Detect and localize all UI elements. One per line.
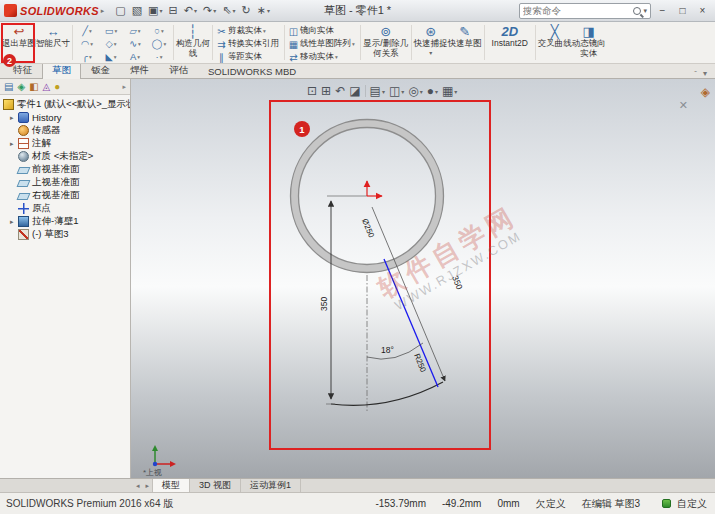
- expand-caret-icon[interactable]: ▸: [10, 140, 18, 148]
- rapid-sketch-button[interactable]: ✎ 快速草图: [448, 23, 482, 62]
- search-dropdown-icon[interactable]: ▾: [643, 7, 647, 15]
- slot-tool-button[interactable]: ▱▾: [123, 24, 147, 37]
- previous-view-button[interactable]: ↶: [335, 84, 345, 98]
- tree-item-right-plane[interactable]: 右视基准面: [0, 189, 130, 202]
- ellipse-tool-button[interactable]: ◯▾: [147, 37, 171, 50]
- tree-item-origin[interactable]: 原点: [0, 202, 130, 215]
- save-button[interactable]: ▣▾: [145, 2, 165, 20]
- tutorial-step1-number: 1: [299, 124, 305, 135]
- fillet-tool-button[interactable]: ╭▾: [75, 50, 99, 63]
- trim-entities-button[interactable]: ✂剪裁实体▾: [215, 25, 282, 37]
- open-button[interactable]: ▧: [129, 2, 145, 20]
- chamfer-tool-button[interactable]: ◣▾: [99, 50, 123, 63]
- redo-button[interactable]: ↷▾: [200, 2, 219, 20]
- tree-item-front-plane[interactable]: 前视基准面: [0, 163, 130, 176]
- document-tab-bar: ◂ ▸ 模型 3D 视图 运动算例1: [0, 478, 715, 492]
- expand-caret-icon[interactable]: ▸: [10, 114, 18, 122]
- command-search-box[interactable]: ▾: [519, 3, 651, 19]
- doc-tab-scroll-right-icon[interactable]: ▸: [143, 479, 153, 492]
- panel-tab-overflow-icon[interactable]: ▸: [122, 82, 126, 92]
- display-manager-tab-icon[interactable]: ●: [54, 82, 60, 92]
- dim-length-350[interactable]: 350: [450, 274, 465, 291]
- tab-evaluate[interactable]: 评估: [159, 62, 198, 78]
- circle-tool-button[interactable]: ○▾: [147, 24, 171, 37]
- display-style-button[interactable]: ◫▾: [389, 84, 404, 98]
- convert-entities-button[interactable]: ⇉转换实体引用: [215, 38, 282, 50]
- new-document-button[interactable]: ▢: [112, 2, 128, 20]
- spline-tool-button[interactable]: ∿▾: [123, 37, 147, 50]
- tree-item-material[interactable]: 材质 <未指定>: [0, 150, 130, 163]
- smart-dimension-button[interactable]: ↔ 智能尺寸: [36, 23, 70, 62]
- sketch-blue-line[interactable]: [384, 259, 438, 387]
- construction-geometry-button[interactable]: ┆ 构造几何线: [176, 23, 210, 62]
- section-view-button[interactable]: ◪: [349, 84, 360, 98]
- sketch-text-tool-button[interactable]: A▾: [123, 50, 147, 63]
- display-delete-relations-button[interactable]: ⊚ 显示/删除几何关系: [363, 23, 409, 62]
- task-pane-icon[interactable]: ◈: [701, 85, 710, 99]
- tab-solidworks-mbd[interactable]: SOLIDWORKS MBD: [198, 64, 306, 78]
- polygon-tool-button[interactable]: ◇▾: [99, 37, 123, 50]
- dimxpert-manager-tab-icon[interactable]: ◬: [43, 82, 51, 92]
- search-icon[interactable]: [633, 7, 641, 15]
- tab-motion-study-1[interactable]: 运动算例1: [241, 479, 301, 492]
- instant2d-button[interactable]: 2D Instant2D: [487, 23, 533, 62]
- rebuild-button[interactable]: ↻: [238, 2, 253, 20]
- offset-entities-button[interactable]: ∥等距实体: [215, 51, 282, 63]
- edit-appearance-button[interactable]: ●▾: [427, 84, 438, 98]
- rectangle-tool-button[interactable]: ▭▾: [99, 24, 123, 37]
- zoom-fit-button[interactable]: ⊡: [307, 84, 317, 98]
- configuration-manager-tab-icon[interactable]: ◧: [29, 82, 38, 92]
- linear-sketch-pattern-button[interactable]: ▦线性草图阵列▾: [287, 38, 358, 50]
- ribbon-collapse-icon[interactable]: ˆ: [694, 69, 697, 78]
- ribbon-options-dropdown-icon[interactable]: ▾: [703, 69, 707, 78]
- tree-item-top-plane[interactable]: 上视基准面: [0, 176, 130, 189]
- apply-scene-button[interactable]: ▦▾: [442, 84, 457, 98]
- expand-caret-icon[interactable]: ▸: [10, 218, 18, 226]
- feature-manager-tab-icon[interactable]: ▤: [4, 82, 13, 92]
- close-button[interactable]: ×: [694, 3, 711, 19]
- tree-item-sketch3[interactable]: (-) 草图3: [0, 228, 130, 241]
- line-tool-button[interactable]: ╱▾: [75, 24, 99, 37]
- point-tool-button[interactable]: ·▾: [147, 50, 171, 63]
- file-menu-arrow-icon[interactable]: ▸: [101, 7, 105, 15]
- property-manager-tab-icon[interactable]: ◈: [17, 82, 25, 92]
- move-entities-button[interactable]: ⇄移动实体▾: [287, 51, 358, 63]
- sketch-bottom-arc[interactable]: [331, 382, 443, 405]
- undo-button[interactable]: ↶▾: [181, 2, 200, 20]
- sketch-canvas[interactable]: 350 18° Ø250 350 R250 1: [131, 79, 715, 478]
- custom-status-button[interactable]: 自定义: [677, 497, 707, 511]
- dynamic-mirror-button[interactable]: ◨ 动态镜向实体: [572, 23, 606, 62]
- tree-item-extrude-thin[interactable]: ▸ 拉伸-薄壁1: [0, 215, 130, 228]
- hide-show-items-button[interactable]: ◎▾: [408, 84, 423, 98]
- tab-model[interactable]: 模型: [152, 479, 190, 492]
- dim-vertical-350[interactable]: 350: [319, 297, 329, 311]
- mirror-entities-button[interactable]: ◫镜向实体: [287, 25, 358, 37]
- tree-item-history[interactable]: ▸ History: [0, 111, 130, 124]
- doc-tab-scroll-left-icon[interactable]: ◂: [133, 479, 143, 492]
- graphics-area[interactable]: 350 18° Ø250 350 R250 1 软件自学网 WWW.RJZXW.…: [131, 79, 715, 478]
- dropdown-icon: ▾: [160, 7, 163, 14]
- tab-3d-views[interactable]: 3D 视图: [190, 479, 241, 492]
- select-button[interactable]: ⇖▾: [219, 2, 238, 20]
- search-input[interactable]: [523, 5, 631, 16]
- minimize-button[interactable]: −: [654, 3, 671, 19]
- view-orientation-button[interactable]: ▤▾: [370, 84, 385, 98]
- intersection-curve-button[interactable]: ╳ 交叉曲线: [538, 23, 572, 62]
- tree-root-part[interactable]: 零件1 (默认<<默认>_显示状态 1>): [0, 98, 130, 111]
- tab-weldments[interactable]: 焊件: [120, 62, 159, 78]
- restore-button[interactable]: □: [674, 3, 691, 19]
- dim-diameter[interactable]: Ø250: [360, 217, 376, 239]
- tab-sketch[interactable]: 草图: [42, 62, 81, 79]
- options-button[interactable]: ∗▾: [254, 2, 273, 20]
- confirmation-corner-cancel-icon[interactable]: ✕: [679, 99, 688, 112]
- quick-snaps-button[interactable]: ⊛ 快速捕捉 ▾: [414, 23, 448, 62]
- tab-sheet-metal[interactable]: 钣金: [81, 62, 120, 78]
- dim-angle-18[interactable]: 18°: [381, 345, 394, 355]
- zoom-area-button[interactable]: ⊞: [321, 84, 331, 98]
- print-button[interactable]: ⊟: [166, 2, 181, 20]
- tree-item-annotations[interactable]: ▸ 注解: [0, 137, 130, 150]
- tree-item-sensors[interactable]: 传感器: [0, 124, 130, 137]
- spline-icon: ∿: [129, 38, 137, 49]
- dim-radius-r250[interactable]: R250: [412, 352, 428, 374]
- arc-tool-button[interactable]: ◠▾: [75, 37, 99, 50]
